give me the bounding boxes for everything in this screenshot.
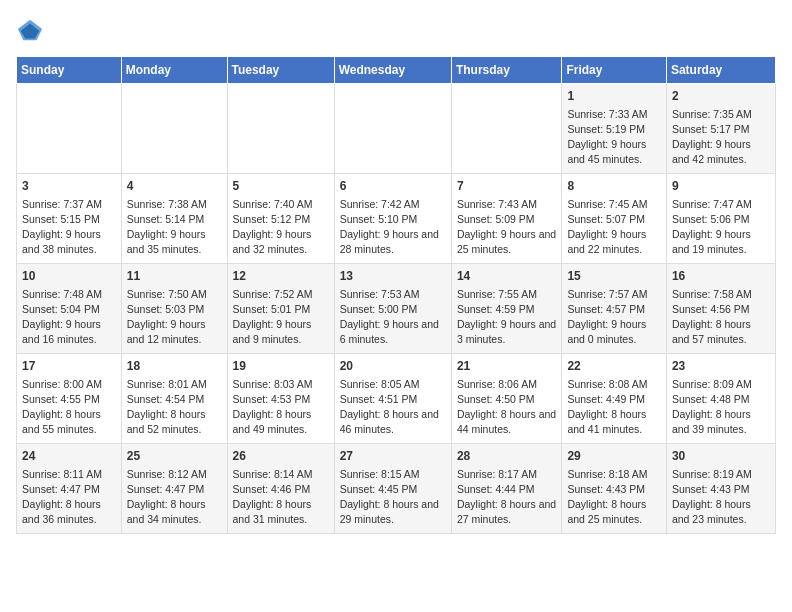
calendar-cell: 29Sunrise: 8:18 AM Sunset: 4:43 PM Dayli…	[562, 444, 666, 534]
calendar-cell	[451, 84, 562, 174]
calendar-cell: 18Sunrise: 8:01 AM Sunset: 4:54 PM Dayli…	[121, 354, 227, 444]
calendar-cell: 9Sunrise: 7:47 AM Sunset: 5:06 PM Daylig…	[666, 174, 775, 264]
day-info: Sunrise: 7:45 AM Sunset: 5:07 PM Dayligh…	[567, 197, 660, 258]
calendar-cell: 4Sunrise: 7:38 AM Sunset: 5:14 PM Daylig…	[121, 174, 227, 264]
day-number: 28	[457, 448, 557, 465]
day-info: Sunrise: 7:48 AM Sunset: 5:04 PM Dayligh…	[22, 287, 116, 348]
day-number: 21	[457, 358, 557, 375]
calendar-cell: 24Sunrise: 8:11 AM Sunset: 4:47 PM Dayli…	[17, 444, 122, 534]
logo	[16, 16, 48, 44]
day-info: Sunrise: 8:19 AM Sunset: 4:43 PM Dayligh…	[672, 467, 770, 528]
calendar-week: 3Sunrise: 7:37 AM Sunset: 5:15 PM Daylig…	[17, 174, 776, 264]
day-info: Sunrise: 7:52 AM Sunset: 5:01 PM Dayligh…	[233, 287, 329, 348]
day-number: 18	[127, 358, 222, 375]
day-info: Sunrise: 7:42 AM Sunset: 5:10 PM Dayligh…	[340, 197, 446, 258]
day-info: Sunrise: 8:11 AM Sunset: 4:47 PM Dayligh…	[22, 467, 116, 528]
day-info: Sunrise: 7:37 AM Sunset: 5:15 PM Dayligh…	[22, 197, 116, 258]
calendar-cell: 22Sunrise: 8:08 AM Sunset: 4:49 PM Dayli…	[562, 354, 666, 444]
calendar-cell	[17, 84, 122, 174]
weekday-header: Saturday	[666, 57, 775, 84]
day-info: Sunrise: 8:18 AM Sunset: 4:43 PM Dayligh…	[567, 467, 660, 528]
day-info: Sunrise: 7:47 AM Sunset: 5:06 PM Dayligh…	[672, 197, 770, 258]
day-info: Sunrise: 8:01 AM Sunset: 4:54 PM Dayligh…	[127, 377, 222, 438]
day-number: 7	[457, 178, 557, 195]
day-info: Sunrise: 7:58 AM Sunset: 4:56 PM Dayligh…	[672, 287, 770, 348]
calendar-cell: 15Sunrise: 7:57 AM Sunset: 4:57 PM Dayli…	[562, 264, 666, 354]
calendar-cell: 10Sunrise: 7:48 AM Sunset: 5:04 PM Dayli…	[17, 264, 122, 354]
calendar-cell	[334, 84, 451, 174]
day-info: Sunrise: 8:15 AM Sunset: 4:45 PM Dayligh…	[340, 467, 446, 528]
day-info: Sunrise: 7:53 AM Sunset: 5:00 PM Dayligh…	[340, 287, 446, 348]
calendar-cell: 17Sunrise: 8:00 AM Sunset: 4:55 PM Dayli…	[17, 354, 122, 444]
calendar-cell: 23Sunrise: 8:09 AM Sunset: 4:48 PM Dayli…	[666, 354, 775, 444]
calendar-cell: 16Sunrise: 7:58 AM Sunset: 4:56 PM Dayli…	[666, 264, 775, 354]
day-number: 17	[22, 358, 116, 375]
day-number: 25	[127, 448, 222, 465]
day-number: 13	[340, 268, 446, 285]
calendar-cell: 8Sunrise: 7:45 AM Sunset: 5:07 PM Daylig…	[562, 174, 666, 264]
calendar-cell: 28Sunrise: 8:17 AM Sunset: 4:44 PM Dayli…	[451, 444, 562, 534]
calendar-cell: 13Sunrise: 7:53 AM Sunset: 5:00 PM Dayli…	[334, 264, 451, 354]
day-info: Sunrise: 7:43 AM Sunset: 5:09 PM Dayligh…	[457, 197, 557, 258]
calendar-cell: 14Sunrise: 7:55 AM Sunset: 4:59 PM Dayli…	[451, 264, 562, 354]
calendar-week: 24Sunrise: 8:11 AM Sunset: 4:47 PM Dayli…	[17, 444, 776, 534]
day-info: Sunrise: 8:06 AM Sunset: 4:50 PM Dayligh…	[457, 377, 557, 438]
calendar-cell	[121, 84, 227, 174]
calendar-cell: 3Sunrise: 7:37 AM Sunset: 5:15 PM Daylig…	[17, 174, 122, 264]
day-info: Sunrise: 7:38 AM Sunset: 5:14 PM Dayligh…	[127, 197, 222, 258]
day-info: Sunrise: 7:40 AM Sunset: 5:12 PM Dayligh…	[233, 197, 329, 258]
day-number: 27	[340, 448, 446, 465]
page-header	[16, 16, 776, 44]
day-number: 8	[567, 178, 660, 195]
calendar-cell: 6Sunrise: 7:42 AM Sunset: 5:10 PM Daylig…	[334, 174, 451, 264]
day-info: Sunrise: 7:50 AM Sunset: 5:03 PM Dayligh…	[127, 287, 222, 348]
calendar-cell: 21Sunrise: 8:06 AM Sunset: 4:50 PM Dayli…	[451, 354, 562, 444]
calendar-cell: 7Sunrise: 7:43 AM Sunset: 5:09 PM Daylig…	[451, 174, 562, 264]
day-info: Sunrise: 7:35 AM Sunset: 5:17 PM Dayligh…	[672, 107, 770, 168]
day-number: 26	[233, 448, 329, 465]
day-info: Sunrise: 8:12 AM Sunset: 4:47 PM Dayligh…	[127, 467, 222, 528]
day-info: Sunrise: 8:14 AM Sunset: 4:46 PM Dayligh…	[233, 467, 329, 528]
weekday-header: Thursday	[451, 57, 562, 84]
day-number: 9	[672, 178, 770, 195]
logo-icon	[16, 16, 44, 44]
calendar-cell: 12Sunrise: 7:52 AM Sunset: 5:01 PM Dayli…	[227, 264, 334, 354]
day-number: 2	[672, 88, 770, 105]
calendar-cell: 30Sunrise: 8:19 AM Sunset: 4:43 PM Dayli…	[666, 444, 775, 534]
calendar-table: SundayMondayTuesdayWednesdayThursdayFrid…	[16, 56, 776, 534]
weekday-header: Friday	[562, 57, 666, 84]
calendar-cell: 26Sunrise: 8:14 AM Sunset: 4:46 PM Dayli…	[227, 444, 334, 534]
day-number: 1	[567, 88, 660, 105]
calendar-week: 17Sunrise: 8:00 AM Sunset: 4:55 PM Dayli…	[17, 354, 776, 444]
day-number: 24	[22, 448, 116, 465]
day-number: 6	[340, 178, 446, 195]
weekday-header: Wednesday	[334, 57, 451, 84]
calendar-header: SundayMondayTuesdayWednesdayThursdayFrid…	[17, 57, 776, 84]
day-info: Sunrise: 8:17 AM Sunset: 4:44 PM Dayligh…	[457, 467, 557, 528]
calendar-cell: 27Sunrise: 8:15 AM Sunset: 4:45 PM Dayli…	[334, 444, 451, 534]
calendar-cell: 19Sunrise: 8:03 AM Sunset: 4:53 PM Dayli…	[227, 354, 334, 444]
day-number: 23	[672, 358, 770, 375]
calendar-cell: 1Sunrise: 7:33 AM Sunset: 5:19 PM Daylig…	[562, 84, 666, 174]
day-number: 22	[567, 358, 660, 375]
day-number: 12	[233, 268, 329, 285]
day-info: Sunrise: 7:33 AM Sunset: 5:19 PM Dayligh…	[567, 107, 660, 168]
weekday-header: Sunday	[17, 57, 122, 84]
day-number: 15	[567, 268, 660, 285]
weekday-header: Tuesday	[227, 57, 334, 84]
day-info: Sunrise: 8:09 AM Sunset: 4:48 PM Dayligh…	[672, 377, 770, 438]
day-number: 5	[233, 178, 329, 195]
calendar-cell: 25Sunrise: 8:12 AM Sunset: 4:47 PM Dayli…	[121, 444, 227, 534]
day-number: 30	[672, 448, 770, 465]
calendar-week: 1Sunrise: 7:33 AM Sunset: 5:19 PM Daylig…	[17, 84, 776, 174]
day-number: 11	[127, 268, 222, 285]
day-info: Sunrise: 7:55 AM Sunset: 4:59 PM Dayligh…	[457, 287, 557, 348]
weekday-header: Monday	[121, 57, 227, 84]
day-number: 14	[457, 268, 557, 285]
calendar-cell: 20Sunrise: 8:05 AM Sunset: 4:51 PM Dayli…	[334, 354, 451, 444]
day-number: 10	[22, 268, 116, 285]
day-info: Sunrise: 7:57 AM Sunset: 4:57 PM Dayligh…	[567, 287, 660, 348]
day-number: 20	[340, 358, 446, 375]
day-info: Sunrise: 8:08 AM Sunset: 4:49 PM Dayligh…	[567, 377, 660, 438]
calendar-week: 10Sunrise: 7:48 AM Sunset: 5:04 PM Dayli…	[17, 264, 776, 354]
